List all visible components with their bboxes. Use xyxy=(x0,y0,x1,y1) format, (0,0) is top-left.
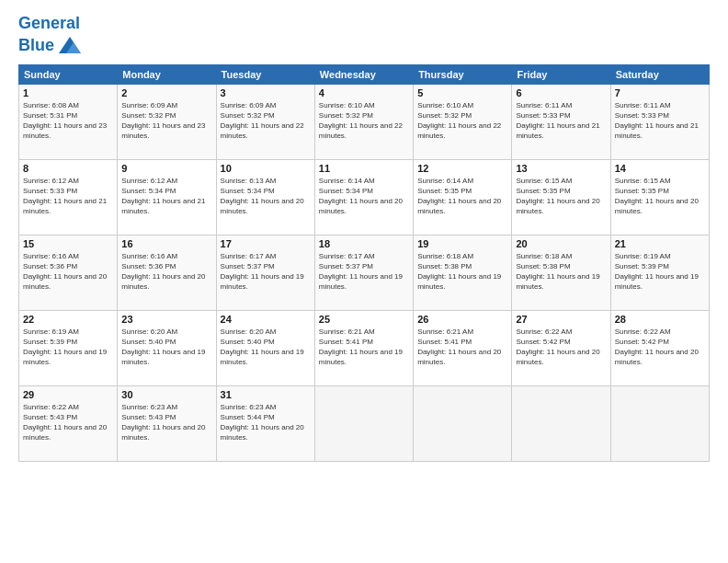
calendar-cell: 27 Sunrise: 6:22 AM Sunset: 5:42 PM Dayl… xyxy=(512,310,610,385)
sunrise-label: Sunrise: 6:19 AM xyxy=(23,327,79,336)
day-number: 6 xyxy=(516,87,606,98)
daylight-label: Daylight: 11 hours and 20 minutes. xyxy=(417,348,501,366)
daylight-label: Daylight: 11 hours and 19 minutes. xyxy=(319,348,403,366)
sunset-label: Sunset: 5:35 PM xyxy=(516,187,570,195)
day-info: Sunrise: 6:19 AM Sunset: 5:39 PM Dayligh… xyxy=(23,327,113,368)
day-number: 7 xyxy=(615,87,705,98)
calendar-cell: 31 Sunrise: 6:23 AM Sunset: 5:44 PM Dayl… xyxy=(216,385,314,461)
calendar-cell: 8 Sunrise: 6:12 AM Sunset: 5:33 PM Dayli… xyxy=(19,159,118,235)
day-number: 29 xyxy=(23,389,113,400)
sunset-label: Sunset: 5:33 PM xyxy=(615,111,669,120)
weekday-header-thursday: Thursday xyxy=(414,64,512,84)
day-number: 27 xyxy=(516,314,606,325)
sunrise-label: Sunrise: 6:20 AM xyxy=(221,327,277,336)
daylight-label: Daylight: 11 hours and 19 minutes. xyxy=(23,348,107,366)
calendar-cell: 16 Sunrise: 6:16 AM Sunset: 5:36 PM Dayl… xyxy=(118,235,216,310)
sunrise-label: Sunrise: 6:16 AM xyxy=(121,252,177,260)
calendar-cell: 18 Sunrise: 6:17 AM Sunset: 5:37 PM Dayl… xyxy=(314,235,413,310)
calendar-cell: 21 Sunrise: 6:19 AM Sunset: 5:39 PM Dayl… xyxy=(610,235,709,310)
day-number: 26 xyxy=(417,314,507,325)
sunrise-label: Sunrise: 6:23 AM xyxy=(221,403,277,411)
calendar-table: SundayMondayTuesdayWednesdayThursdayFrid… xyxy=(18,64,710,462)
daylight-label: Daylight: 11 hours and 22 minutes. xyxy=(417,121,501,140)
sunset-label: Sunset: 5:37 PM xyxy=(319,262,373,270)
day-info: Sunrise: 6:11 AM Sunset: 5:33 PM Dayligh… xyxy=(516,100,606,142)
sunset-label: Sunset: 5:43 PM xyxy=(23,413,77,421)
sunset-label: Sunset: 5:32 PM xyxy=(121,111,176,120)
day-number: 20 xyxy=(516,238,606,249)
calendar-cell: 3 Sunrise: 6:09 AM Sunset: 5:32 PM Dayli… xyxy=(216,84,314,159)
daylight-label: Daylight: 11 hours and 20 minutes. xyxy=(221,197,304,215)
daylight-label: Daylight: 11 hours and 20 minutes. xyxy=(516,197,599,215)
weekday-header-wednesday: Wednesday xyxy=(314,64,413,84)
day-info: Sunrise: 6:13 AM Sunset: 5:34 PM Dayligh… xyxy=(221,176,311,217)
daylight-label: Daylight: 11 hours and 20 minutes. xyxy=(319,197,403,215)
calendar-cell: 19 Sunrise: 6:18 AM Sunset: 5:38 PM Dayl… xyxy=(414,235,512,310)
day-info: Sunrise: 6:12 AM Sunset: 5:34 PM Dayligh… xyxy=(121,176,211,217)
sunset-label: Sunset: 5:38 PM xyxy=(516,262,570,270)
calendar-cell: 23 Sunrise: 6:20 AM Sunset: 5:40 PM Dayl… xyxy=(118,310,216,385)
sunrise-label: Sunrise: 6:22 AM xyxy=(615,327,671,336)
day-number: 18 xyxy=(319,238,409,249)
day-info: Sunrise: 6:21 AM Sunset: 5:41 PM Dayligh… xyxy=(319,327,409,368)
sunset-label: Sunset: 5:44 PM xyxy=(221,413,275,421)
calendar-week-2: 8 Sunrise: 6:12 AM Sunset: 5:33 PM Dayli… xyxy=(19,159,710,235)
day-info: Sunrise: 6:14 AM Sunset: 5:35 PM Dayligh… xyxy=(417,176,507,217)
daylight-label: Daylight: 11 hours and 22 minutes. xyxy=(319,121,403,140)
day-info: Sunrise: 6:22 AM Sunset: 5:42 PM Dayligh… xyxy=(516,327,606,368)
sunset-label: Sunset: 5:35 PM xyxy=(417,187,472,195)
sunrise-label: Sunrise: 6:12 AM xyxy=(121,177,177,185)
sunrise-label: Sunrise: 6:10 AM xyxy=(319,101,375,109)
sunset-label: Sunset: 5:33 PM xyxy=(23,187,77,195)
daylight-label: Daylight: 11 hours and 21 minutes. xyxy=(516,121,599,140)
daylight-label: Daylight: 11 hours and 21 minutes. xyxy=(121,197,205,215)
calendar-cell: 2 Sunrise: 6:09 AM Sunset: 5:32 PM Dayli… xyxy=(118,84,216,159)
day-number: 31 xyxy=(221,389,311,400)
day-number: 24 xyxy=(221,314,311,325)
sunrise-label: Sunrise: 6:13 AM xyxy=(221,177,277,185)
calendar-cell: 12 Sunrise: 6:14 AM Sunset: 5:35 PM Dayl… xyxy=(414,159,512,235)
day-number: 13 xyxy=(516,163,606,174)
daylight-label: Daylight: 11 hours and 21 minutes. xyxy=(23,197,107,215)
day-number: 10 xyxy=(221,163,311,174)
daylight-label: Daylight: 11 hours and 20 minutes. xyxy=(23,423,107,442)
day-number: 23 xyxy=(121,314,211,325)
calendar-cell: 6 Sunrise: 6:11 AM Sunset: 5:33 PM Dayli… xyxy=(512,84,610,159)
day-info: Sunrise: 6:08 AM Sunset: 5:31 PM Dayligh… xyxy=(23,100,113,142)
day-number: 4 xyxy=(319,87,409,98)
weekday-header-saturday: Saturday xyxy=(610,64,709,84)
daylight-label: Daylight: 11 hours and 20 minutes. xyxy=(221,423,304,442)
sunset-label: Sunset: 5:36 PM xyxy=(23,262,77,270)
sunset-label: Sunset: 5:32 PM xyxy=(319,111,373,120)
day-info: Sunrise: 6:14 AM Sunset: 5:34 PM Dayligh… xyxy=(319,176,409,217)
daylight-label: Daylight: 11 hours and 19 minutes. xyxy=(615,272,699,291)
calendar-week-3: 15 Sunrise: 6:16 AM Sunset: 5:36 PM Dayl… xyxy=(19,235,710,310)
sunset-label: Sunset: 5:39 PM xyxy=(615,262,669,270)
weekday-header-monday: Monday xyxy=(118,64,216,84)
weekday-header-friday: Friday xyxy=(512,64,610,84)
sunrise-label: Sunrise: 6:16 AM xyxy=(23,252,79,260)
day-info: Sunrise: 6:10 AM Sunset: 5:32 PM Dayligh… xyxy=(417,100,507,142)
sunrise-label: Sunrise: 6:22 AM xyxy=(516,327,572,336)
calendar-cell: 20 Sunrise: 6:18 AM Sunset: 5:38 PM Dayl… xyxy=(512,235,610,310)
day-number: 25 xyxy=(319,314,409,325)
sunset-label: Sunset: 5:34 PM xyxy=(319,187,373,195)
daylight-label: Daylight: 11 hours and 20 minutes. xyxy=(615,348,699,366)
weekday-header-tuesday: Tuesday xyxy=(216,64,314,84)
day-info: Sunrise: 6:20 AM Sunset: 5:40 PM Dayligh… xyxy=(121,327,211,368)
calendar-cell: 5 Sunrise: 6:10 AM Sunset: 5:32 PM Dayli… xyxy=(414,84,512,159)
sunrise-label: Sunrise: 6:15 AM xyxy=(615,177,671,185)
calendar-cell: 24 Sunrise: 6:20 AM Sunset: 5:40 PM Dayl… xyxy=(216,310,314,385)
sunrise-label: Sunrise: 6:14 AM xyxy=(319,177,375,185)
sunrise-label: Sunrise: 6:18 AM xyxy=(516,252,572,260)
daylight-label: Daylight: 11 hours and 20 minutes. xyxy=(516,348,599,366)
calendar-cell: 4 Sunrise: 6:10 AM Sunset: 5:32 PM Dayli… xyxy=(314,84,413,159)
calendar-cell: 13 Sunrise: 6:15 AM Sunset: 5:35 PM Dayl… xyxy=(512,159,610,235)
calendar-cell: 28 Sunrise: 6:22 AM Sunset: 5:42 PM Dayl… xyxy=(610,310,709,385)
day-number: 30 xyxy=(121,389,211,400)
day-info: Sunrise: 6:18 AM Sunset: 5:38 PM Dayligh… xyxy=(516,251,606,293)
calendar-cell: 17 Sunrise: 6:17 AM Sunset: 5:37 PM Dayl… xyxy=(216,235,314,310)
day-number: 15 xyxy=(23,238,113,249)
sunset-label: Sunset: 5:35 PM xyxy=(615,187,669,195)
day-info: Sunrise: 6:22 AM Sunset: 5:42 PM Dayligh… xyxy=(615,327,705,368)
